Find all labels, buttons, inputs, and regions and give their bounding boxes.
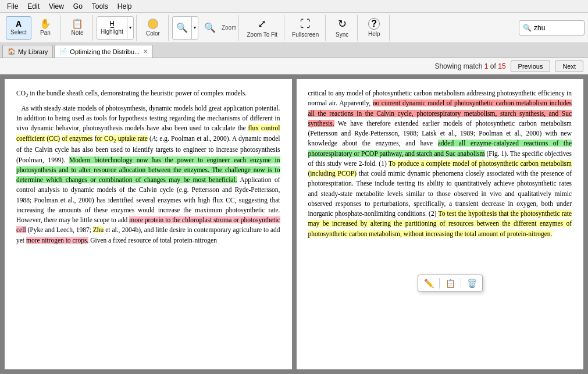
zoom-to-fit-label: Zoom To Fit	[247, 31, 277, 38]
zoom-group: 🔍 ▾ 🔍 Zoom	[170, 15, 240, 41]
left-para-1: CO2 in the bundle sheath cells, demonstr…	[16, 88, 280, 100]
tab-document[interactable]: 📄 Optimizing the Distribu... ✕	[54, 45, 153, 58]
search-icon: 🔍	[523, 24, 532, 32]
sync-label: Sync	[336, 31, 348, 38]
color-group: Color	[138, 15, 169, 41]
zoom-out-arrow[interactable]: ▾	[191, 17, 198, 39]
tabs-bar: 🏠 My Library 📄 Optimizing the Distribu..…	[0, 43, 588, 58]
select-label: Select	[10, 29, 27, 35]
fullscreen-btn[interactable]: ⛶ Fullscreen	[288, 16, 323, 40]
fullscreen-group: ⛶ Fullscreen	[286, 15, 326, 41]
sync-icon: ↻	[338, 17, 347, 30]
select-pan-group: A Select ✋ Pan	[3, 15, 61, 41]
search-input[interactable]	[534, 24, 580, 32]
menu-help[interactable]: Help	[113, 1, 137, 12]
zoom-to-fit-icon: ⤢	[258, 17, 266, 30]
right-column: critical to any model of photosynthetic …	[297, 79, 584, 369]
color-tool-btn[interactable]: Color	[140, 16, 166, 40]
popup-copy-btn[interactable]: 📋	[443, 277, 457, 290]
note-icon: 📋	[72, 19, 83, 29]
right-para-1: critical to any model of photosynthetic …	[308, 88, 572, 239]
popup-toolbar: ✏️ 📋 🗑️	[418, 275, 483, 292]
sync-btn[interactable]: ↻ Sync	[329, 16, 355, 40]
match-current: 1	[484, 62, 490, 70]
note-label: Note	[71, 30, 83, 36]
sync-group: ↻ Sync	[327, 15, 358, 41]
document-tab-label: Optimizing the Distribu...	[70, 48, 140, 55]
help-label: Help	[368, 31, 380, 37]
highlight-btn[interactable]: H̲ Highlight ▾	[97, 16, 134, 40]
select-tool-btn[interactable]: A Select	[6, 16, 31, 40]
match-total: 15	[498, 62, 505, 70]
fullscreen-icon: ⛶	[300, 18, 311, 30]
zoom-out-btn[interactable]: 🔍 ▾	[172, 16, 198, 40]
color-circle	[148, 19, 158, 29]
content-area: CO2 in the bundle sheath cells, demonstr…	[0, 74, 588, 374]
menu-tools[interactable]: Tools	[87, 1, 113, 12]
pan-label: Pan	[40, 30, 51, 36]
menu-file[interactable]: File	[2, 1, 23, 12]
highlight-arrow[interactable]: ▾	[127, 17, 133, 39]
match-bar: Showing match 1 of 15 Previous Next	[0, 58, 588, 74]
highlight-icon: H̲	[109, 20, 115, 27]
highlight-group: H̲ Highlight ▾	[94, 15, 137, 41]
pan-tool-btn[interactable]: ✋ Pan	[33, 16, 58, 40]
menu-view[interactable]: View	[44, 1, 69, 12]
previous-btn[interactable]: Previous	[511, 60, 551, 72]
note-group: 📋 Note	[62, 15, 93, 41]
left-para-2: As with steady-state models of photosynt…	[16, 104, 280, 245]
note-tool-btn[interactable]: 📋 Note	[65, 16, 90, 40]
color-label: Color	[146, 30, 160, 37]
zoom-in-btn[interactable]: 🔍	[199, 16, 220, 40]
zoom-fit-group: ⤢ Zoom To Fit	[240, 15, 284, 41]
menubar: File Edit View Go Tools Help	[0, 0, 588, 13]
help-icon: ?	[368, 18, 380, 30]
zoom-in-icon: 🔍	[204, 22, 216, 33]
fullscreen-label: Fullscreen	[292, 31, 319, 38]
highlight-main[interactable]: H̲ Highlight	[97, 19, 127, 36]
popup-edit-btn[interactable]: ✏️	[422, 277, 436, 290]
tab-library[interactable]: 🏠 My Library	[2, 45, 53, 58]
document-tab-close[interactable]: ✕	[143, 48, 148, 55]
toolbar: A Select ✋ Pan 📋 Note H̲ Highlight ▾ Col…	[0, 13, 588, 43]
zoom-to-fit-btn[interactable]: ⤢ Zoom To Fit	[243, 16, 281, 40]
zoom-group-label: Zoom	[222, 24, 237, 31]
popup-divider-2	[461, 278, 461, 288]
popup-delete-btn[interactable]: 🗑️	[465, 277, 479, 290]
pan-icon: ✋	[40, 19, 51, 29]
document-tab-icon: 📄	[59, 48, 67, 55]
library-tab-label: My Library	[18, 48, 48, 55]
highlight-label: Highlight	[101, 29, 123, 35]
library-tab-icon: 🏠	[8, 48, 16, 55]
help-group: ? Help	[359, 15, 390, 41]
menu-edit[interactable]: Edit	[23, 1, 44, 12]
search-box[interactable]: 🔍	[519, 20, 585, 35]
help-btn[interactable]: ? Help	[361, 16, 387, 40]
left-column: CO2 in the bundle sheath cells, demonstr…	[5, 79, 292, 369]
menu-go[interactable]: Go	[69, 1, 87, 12]
next-btn[interactable]: Next	[555, 60, 583, 72]
zoom-out-icon: 🔍	[176, 22, 188, 33]
select-icon: A	[16, 20, 22, 28]
popup-divider-1	[439, 278, 440, 288]
document-view: CO2 in the bundle sheath cells, demonstr…	[0, 74, 588, 374]
showing-match-text: Showing match 1 of 15	[434, 62, 505, 70]
